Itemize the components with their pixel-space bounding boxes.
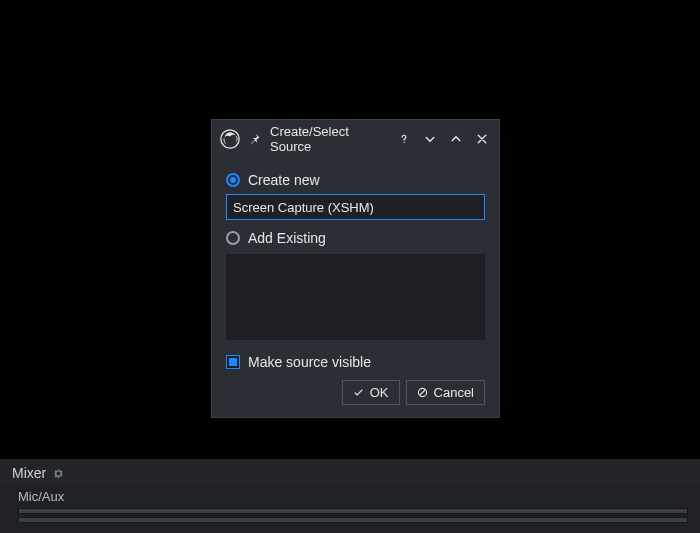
help-icon[interactable] [397, 132, 411, 146]
mixer-panel-header: Mixer [0, 459, 700, 485]
add-existing-radio-row[interactable]: Add Existing [226, 226, 485, 250]
vu-meter [18, 517, 688, 523]
ok-button[interactable]: OK [342, 380, 400, 405]
obs-app-icon [220, 129, 240, 149]
add-existing-radio[interactable] [226, 231, 240, 245]
create-new-radio[interactable] [226, 173, 240, 187]
chevron-up-icon[interactable] [449, 132, 463, 146]
cancel-button[interactable]: Cancel [406, 380, 485, 405]
dialog-body: Create new Add Existing Make source visi… [212, 160, 499, 417]
mixer-panel-title: Mixer [12, 465, 46, 481]
cancel-button-label: Cancel [434, 385, 474, 400]
mixer-body: Mic/Aux [0, 485, 700, 523]
ok-button-label: OK [370, 385, 389, 400]
make-visible-checkbox[interactable] [226, 355, 240, 369]
pin-icon[interactable] [248, 132, 262, 146]
make-visible-label: Make source visible [248, 354, 371, 370]
close-icon[interactable] [475, 132, 489, 146]
dialog-title: Create/Select Source [270, 124, 389, 154]
create-new-label: Create new [248, 172, 320, 188]
titlebar-controls [397, 132, 489, 146]
mixer-channel-label: Mic/Aux [18, 489, 688, 508]
svg-point-1 [403, 142, 404, 143]
dialog-titlebar: Create/Select Source [212, 120, 499, 160]
source-name-input[interactable] [226, 194, 485, 220]
vu-meter [18, 508, 688, 514]
make-visible-row[interactable]: Make source visible [226, 352, 485, 380]
create-new-radio-row[interactable]: Create new [226, 168, 485, 192]
dialog-button-row: OK Cancel [226, 380, 485, 405]
check-icon [353, 387, 365, 399]
chevron-down-icon[interactable] [423, 132, 437, 146]
cancel-slash-icon [417, 387, 429, 399]
gear-icon[interactable] [52, 467, 64, 479]
create-select-source-dialog: Create/Select Source [211, 119, 500, 418]
add-existing-label: Add Existing [248, 230, 326, 246]
mixer-panel: Mixer Mic/Aux [0, 458, 700, 533]
existing-sources-listbox[interactable] [226, 254, 485, 340]
